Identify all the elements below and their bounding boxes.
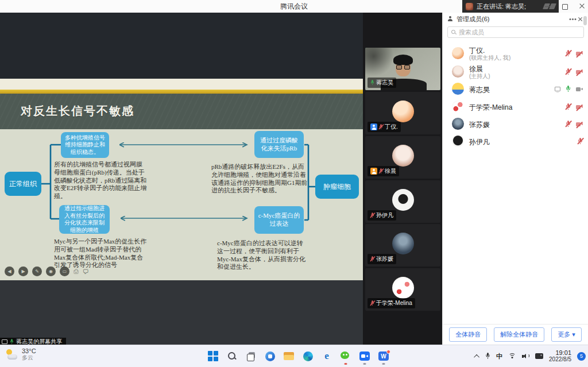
restore-icon[interactable] — [560, 2, 570, 11]
member-name: 孙伊凡 — [469, 137, 490, 147]
weather-condition: 多云 — [22, 354, 36, 361]
more-options-icon[interactable] — [572, 18, 574, 20]
tray-expand-button[interactable] — [475, 354, 479, 358]
mute-all-button[interactable]: 全体静音 — [449, 327, 487, 342]
video-tile-sunyifan[interactable]: 孙伊凡 — [365, 180, 440, 223]
video-tile-xuchen[interactable]: 徐晨 — [365, 136, 440, 179]
shared-screen: 对反生长信号不敏感 — [0, 13, 363, 345]
avatar — [392, 189, 414, 211]
tile-name-label: 张苏媛 — [368, 254, 396, 264]
member-row[interactable]: 徐晨 (主持人) — [443, 63, 588, 80]
mic-muted-icon[interactable] — [578, 138, 583, 145]
previous-slide-icon[interactable]: ◀ — [5, 266, 14, 276]
callout-right-top: 通过过度磷酸化来失活pRb — [254, 131, 304, 158]
start-button[interactable] — [206, 347, 220, 365]
ime-indicator[interactable]: 中 — [496, 352, 502, 361]
tile-name-label: 孙伊凡 — [368, 210, 396, 221]
members-icon — [447, 16, 454, 22]
mic-muted-icon — [379, 168, 383, 174]
tencent-meeting-button[interactable] — [357, 347, 372, 365]
printer-icon[interactable]: ⎙ — [74, 268, 79, 275]
letterbox-bottom — [0, 280, 363, 345]
file-explorer-button[interactable] — [281, 347, 296, 365]
callout-left-bottom: 通过指示细胞进入有丝分裂后的分化状态来限制细胞的增殖 — [59, 205, 110, 234]
avatar — [452, 47, 464, 59]
video-tile-jiangzhihao[interactable]: 蒋志昊 — [365, 48, 440, 90]
paragraph-left-top: 所有的抗增殖信号都通过视网膜母细胞瘤蛋白(pRb)传递。当处于低磷酸化状态时，p… — [54, 161, 147, 200]
member-row[interactable]: 蒋志昊 — [443, 80, 588, 98]
mic-muted-icon[interactable] — [566, 50, 571, 57]
recording-icon — [535, 353, 543, 359]
mic-on-icon[interactable] — [566, 86, 571, 92]
mic-muted-icon[interactable] — [566, 103, 571, 110]
windows-icon — [208, 351, 218, 361]
camera-on-icon[interactable] — [576, 87, 583, 92]
partly-cloudy-icon — [6, 349, 18, 360]
volume-button[interactable] — [522, 353, 529, 360]
presenter-toolbar: ◀ ▶ ✎ ◉ ▭ ⎙ 🗩 — [5, 266, 89, 276]
meeting-tray-button[interactable] — [535, 353, 543, 359]
video-thumbnail-strip: 蒋志昊 丁仪. 徐晨 孙伊凡 — [363, 13, 442, 345]
wechat-button[interactable] — [338, 347, 353, 365]
wps-button[interactable]: W — [376, 347, 391, 365]
member-row[interactable]: 于学荣-Melina — [443, 98, 588, 115]
mic-muted-icon[interactable] — [566, 121, 571, 128]
member-row[interactable]: 孙伊凡 — [443, 133, 588, 150]
more-button[interactable]: 更多 ▾ — [551, 327, 582, 342]
member-role: (主持人) — [469, 72, 490, 80]
scrollbar[interactable] — [583, 16, 587, 25]
chevron-up-icon — [474, 354, 479, 360]
video-tile-dingyi[interactable]: 丁仪. — [365, 92, 440, 134]
tencent-meeting-window: 腾讯会议 正在讲话: 蒋志昊; 对反生长信号不敏感 — [0, 0, 588, 367]
speaking-text: 正在讲话: 蒋志昊; — [477, 2, 526, 11]
callout-right-bottom: c-Myc癌蛋白的过表达 — [254, 206, 304, 234]
tile-name-label: 于学荣-Melina — [368, 298, 415, 308]
laser-pointer-icon[interactable]: ◉ — [46, 266, 56, 276]
windows-taskbar: 33°C 多云 e W 中 19:01 2022/8/5 — [0, 345, 588, 367]
clock[interactable]: 19:01 2022/8/5 — [549, 350, 571, 362]
member-search — [447, 26, 584, 38]
member-row[interactable]: 张苏媛 — [443, 115, 588, 133]
unmute-all-button[interactable]: 解除全体静音 — [494, 327, 544, 342]
camera-off-icon[interactable] — [576, 122, 583, 127]
task-view-button[interactable] — [243, 347, 258, 365]
notification-count-badge[interactable]: 5 — [577, 352, 586, 361]
screen-sharing-icon[interactable] — [555, 87, 560, 91]
comment-icon[interactable]: 🗩 — [83, 268, 89, 275]
screen-share-pill[interactable]: 蒋志昊的屏幕共享 — [0, 338, 66, 345]
camera-off-icon[interactable] — [576, 105, 583, 110]
speaker-avatar — [466, 3, 473, 10]
next-slide-icon[interactable]: ▶ — [18, 266, 28, 276]
avatar — [452, 83, 464, 95]
widgets-button[interactable] — [262, 347, 277, 365]
host-badge-icon — [370, 168, 377, 175]
all-slides-icon[interactable]: ▭ — [60, 266, 69, 276]
minimize-icon[interactable] — [543, 2, 552, 11]
pen-icon[interactable]: ✎ — [32, 266, 42, 276]
weather-widget[interactable]: 33°C 多云 — [6, 347, 36, 361]
camera-off-icon[interactable] — [576, 51, 583, 56]
close-icon[interactable] — [578, 2, 587, 11]
tray-mic-button[interactable] — [485, 353, 490, 360]
browser-e-button[interactable]: e — [319, 347, 334, 365]
member-row[interactable]: 丁仪. (联席主持人, 我) — [443, 45, 588, 62]
search-button[interactable] — [225, 347, 239, 365]
mic-on-icon — [370, 80, 374, 86]
meeting-icon — [359, 351, 370, 361]
mic-icon — [485, 353, 490, 359]
edge-button[interactable] — [300, 347, 315, 365]
paragraph-right-top: pRb通路的破坏释放出E2Fs，从而允许细胞增殖，使细胞对通常沿着该通路运作的抑… — [211, 163, 308, 195]
wifi-button[interactable] — [508, 353, 516, 360]
taskbar-dock: e W — [206, 347, 391, 365]
mic-muted-icon[interactable] — [566, 68, 571, 75]
slide-body: 正常组织 肿瘤细胞 多种抗增殖信号维持细胞静止和组织稳态。 通过指示细胞进入有丝… — [0, 129, 363, 280]
speaker-icon — [522, 353, 529, 360]
search-input[interactable] — [459, 29, 580, 36]
folder-icon — [284, 352, 294, 360]
camera-off-icon[interactable] — [576, 69, 583, 75]
close-panel-icon[interactable] — [577, 16, 583, 22]
video-tile-yuxuerong[interactable]: 于学荣-Melina — [365, 268, 440, 311]
video-tile-zhangsuyuan[interactable]: 张苏媛 — [365, 224, 440, 266]
date: 2022/8/5 — [549, 356, 571, 362]
member-name: 张苏媛 — [469, 120, 490, 130]
